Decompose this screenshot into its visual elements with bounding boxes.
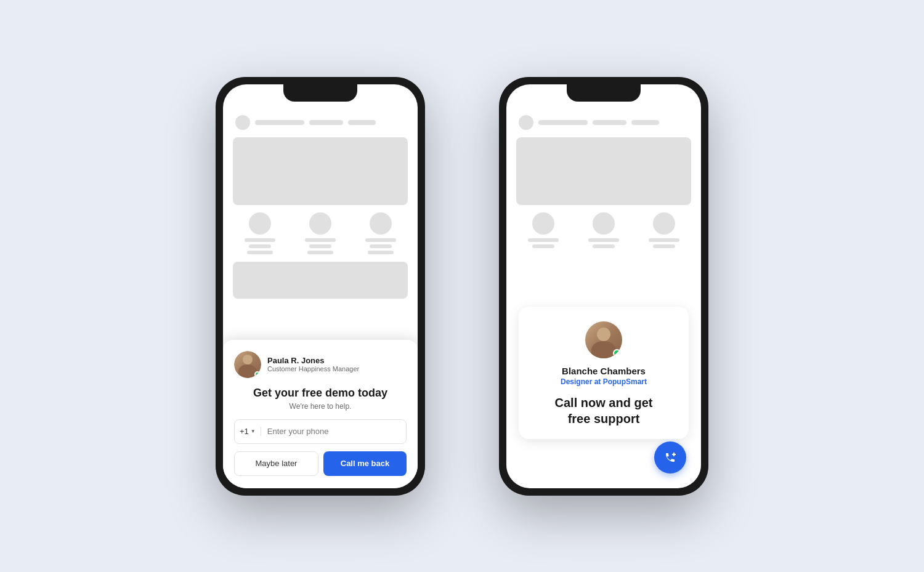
popup-headline: Get your free demo today — [234, 387, 407, 400]
phone-notch — [283, 84, 357, 102]
skeleton-line — [532, 244, 554, 248]
skeleton-line — [368, 251, 394, 254]
agent-name: Paula R. Jones — [267, 356, 359, 365]
skeleton-avatar — [235, 115, 250, 130]
skeleton-line — [309, 120, 343, 125]
online-status-dot2 — [613, 349, 621, 357]
skeleton-header — [516, 115, 691, 130]
headline-line2: free support — [568, 412, 640, 425]
support-popup-card: Blanche Chambers Designer at PopupSmart … — [519, 307, 689, 439]
skeleton-card-avatar — [532, 212, 554, 235]
skeleton-line — [538, 120, 588, 125]
agent2-name: Blanche Chambers — [562, 366, 646, 376]
skeleton-header-lines — [538, 120, 689, 125]
skeleton-line — [247, 251, 273, 254]
skeleton-line — [588, 238, 619, 242]
skeleton-image-half — [233, 262, 408, 299]
agent-details: Paula R. Jones Customer Happiness Manage… — [267, 356, 359, 373]
skeleton-card — [354, 212, 408, 254]
callback-popup: Paula R. Jones Customer Happiness Manage… — [223, 340, 418, 488]
skeleton-card — [637, 212, 691, 248]
skeleton-header-lines — [255, 120, 405, 125]
skeleton-card-lines — [577, 238, 631, 248]
skeleton-card-lines — [293, 238, 347, 254]
dropdown-arrow-icon: ▼ — [251, 429, 256, 434]
call-fab-button[interactable] — [654, 441, 686, 473]
skeleton-cards — [233, 212, 408, 254]
agent-info-row: Paula R. Jones Customer Happiness Manage… — [234, 351, 407, 378]
left-phone-screen: Paula R. Jones Customer Happiness Manage… — [223, 84, 418, 488]
agent2-title: Designer at PopupSmart — [561, 377, 647, 386]
skeleton-line — [307, 251, 333, 254]
skeleton-image — [516, 137, 691, 205]
headline-line1: Call now and get — [555, 396, 653, 409]
right-phone-screen: Blanche Chambers Designer at PopupSmart … — [506, 84, 701, 488]
phone-notch — [567, 84, 641, 102]
phone-input-row[interactable]: +1 ▼ — [234, 419, 407, 444]
skeleton-line — [249, 244, 271, 248]
skeleton-card-lines — [637, 238, 691, 248]
agent-avatar-container — [234, 351, 261, 378]
skeleton-line — [348, 120, 376, 125]
online-status-dot — [254, 371, 261, 377]
skeleton-card-lines — [354, 238, 408, 254]
country-code-value: +1 — [240, 427, 249, 436]
skeleton-card-avatar — [249, 212, 271, 235]
skeleton-card — [293, 212, 347, 254]
phone-fab-icon — [663, 450, 678, 465]
popup-subtext: We're here to help. — [234, 402, 407, 411]
skeleton-line — [255, 120, 304, 125]
skeleton-line — [631, 120, 659, 125]
left-phone-frame: Paula R. Jones Customer Happiness Manage… — [216, 77, 425, 496]
popup2-headline: Call now and get free support — [555, 395, 653, 427]
skeleton-line — [370, 244, 392, 248]
skeleton-line — [653, 244, 675, 248]
skeleton-line — [365, 238, 396, 242]
skeleton-header — [233, 115, 408, 130]
skeleton-card-lines — [233, 238, 287, 254]
skeleton-card — [577, 212, 631, 248]
skeleton-line — [305, 238, 336, 242]
skeleton-line — [593, 120, 626, 125]
skeleton-card-avatar — [593, 212, 615, 235]
country-code-selector[interactable]: +1 ▼ — [235, 427, 261, 436]
phone-number-input[interactable] — [261, 427, 406, 436]
popup-action-buttons: Maybe later Call me back — [234, 451, 407, 476]
skeleton-card — [233, 212, 287, 254]
skeleton-card-avatar — [309, 212, 331, 235]
skeleton-card-avatar — [653, 212, 675, 235]
skeleton-card-lines — [516, 238, 570, 248]
skeleton-cards — [516, 212, 691, 248]
skeleton-line — [593, 244, 615, 248]
skeleton-avatar — [519, 115, 533, 130]
call-me-back-button[interactable]: Call me back — [323, 451, 407, 476]
agent-title: Customer Happiness Manager — [267, 365, 359, 373]
agent2-company: PopupSmart — [603, 377, 647, 386]
skeleton-line — [528, 238, 559, 242]
agent2-title-prefix: Designer at — [561, 377, 603, 386]
skeleton-card — [516, 212, 570, 248]
skeleton-line — [649, 238, 679, 242]
agent2-avatar — [585, 321, 622, 358]
right-phone-frame: Blanche Chambers Designer at PopupSmart … — [499, 77, 708, 496]
skeleton-line — [245, 238, 275, 242]
skeleton-image — [233, 137, 408, 205]
skeleton-line — [309, 244, 331, 248]
skeleton-card-avatar — [370, 212, 392, 235]
maybe-later-button[interactable]: Maybe later — [234, 451, 318, 476]
